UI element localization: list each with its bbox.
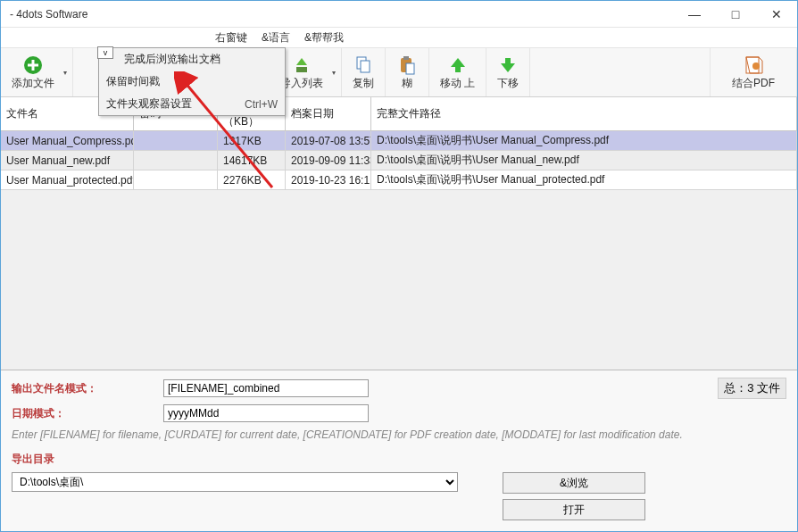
svg-rect-3 bbox=[296, 67, 307, 72]
copy-button[interactable]: 复制 bbox=[342, 48, 386, 96]
hint-text: Enter [FILENAME] for filename, [CURDATE]… bbox=[12, 428, 786, 443]
paste-button[interactable]: 糊 bbox=[386, 48, 429, 96]
table-row[interactable]: User Manual_new.pdf14617KB2019-09-09 11:… bbox=[1, 151, 797, 170]
cell-name: User Manual_protected.pdf bbox=[1, 170, 134, 189]
pdf-icon bbox=[743, 54, 764, 76]
paste-icon bbox=[396, 54, 418, 76]
cell-size: 14617KB bbox=[218, 151, 286, 170]
output-pattern-label: 输出文件名模式： bbox=[12, 381, 163, 396]
close-button[interactable]: ✕ bbox=[756, 1, 797, 28]
bottom-panel: 输出文件名模式： 总：3 文件 日期模式： Enter [FILENAME] f… bbox=[1, 370, 797, 531]
move-up-label: 移动 上 bbox=[440, 76, 475, 91]
arrow-down-icon bbox=[497, 54, 519, 76]
maximize-button[interactable]: □ bbox=[715, 1, 756, 28]
open-button[interactable]: 打开 bbox=[503, 499, 645, 520]
cell-path: D:\tools\桌面\说明书\User Manual_new.pdf bbox=[371, 151, 797, 170]
cell-pass bbox=[134, 131, 218, 150]
col-path[interactable]: 完整文件路径 bbox=[371, 97, 797, 130]
checkbox-icon[interactable]: v bbox=[97, 46, 113, 59]
move-down-label: 下移 bbox=[497, 76, 519, 91]
menu-right[interactable]: 右窗键 bbox=[215, 30, 247, 46]
dropdown-item-watcher[interactable]: 文件夹观察器设置 Ctrl+W bbox=[99, 93, 285, 115]
svg-rect-6 bbox=[361, 61, 370, 72]
cell-pass bbox=[134, 170, 218, 189]
col-date[interactable]: 档案日期 bbox=[286, 97, 371, 130]
dropdown-arrow-icon[interactable]: ▾ bbox=[332, 69, 336, 77]
cell-size: 1317KB bbox=[218, 131, 286, 150]
cell-pass bbox=[134, 151, 218, 170]
add-file-button[interactable]: 添加文件 ▾ bbox=[1, 48, 73, 96]
move-down-button[interactable]: 下移 bbox=[486, 48, 530, 96]
table-row[interactable]: User Manual_protected.pdf2276KB2019-10-2… bbox=[1, 170, 797, 190]
cell-path: D:\tools\桌面\说明书\User Manual_Compress.pdf bbox=[371, 131, 797, 150]
date-pattern-input[interactable] bbox=[163, 404, 369, 422]
cell-date: 2019-10-23 16:11:30 bbox=[286, 170, 371, 189]
export-dir-select[interactable]: D:\tools\桌面\ bbox=[12, 472, 458, 492]
output-pattern-input[interactable] bbox=[163, 379, 369, 397]
cell-date: 2019-07-08 13:57:42 bbox=[286, 131, 371, 150]
cell-date: 2019-09-09 11:33:50 bbox=[286, 151, 371, 170]
dropdown-arrow-icon[interactable]: ▾ bbox=[63, 69, 67, 77]
total-files-label: 总：3 文件 bbox=[718, 378, 786, 399]
plus-icon bbox=[22, 54, 44, 76]
menu-language[interactable]: &语言 bbox=[262, 30, 290, 46]
cell-size: 2276KB bbox=[218, 170, 286, 189]
window-controls: — □ ✕ bbox=[674, 1, 797, 28]
options-dropdown: v 完成后浏览输出文档 保留时间戳 文件夹观察器设置 Ctrl+W bbox=[98, 47, 286, 116]
titlebar: - 4dots Software — □ ✕ bbox=[1, 1, 797, 28]
menubar: 右窗键 &语言 &帮帮我 bbox=[1, 28, 797, 47]
import-icon bbox=[291, 54, 312, 76]
cell-name: User Manual_new.pdf bbox=[1, 151, 134, 170]
add-file-label: 添加文件 bbox=[12, 76, 54, 91]
paste-label: 糊 bbox=[402, 76, 412, 91]
svg-marker-10 bbox=[451, 58, 465, 72]
move-up-button[interactable]: 移动 上 bbox=[429, 48, 486, 96]
cell-path: D:\tools\桌面\说明书\User Manual_protected.pd… bbox=[371, 170, 797, 189]
svg-rect-9 bbox=[406, 63, 414, 74]
minimize-button[interactable]: — bbox=[674, 1, 715, 28]
dropdown-item-preview[interactable]: v 完成后浏览输出文档 bbox=[99, 48, 285, 71]
cell-name: User Manual_Compress.pdf bbox=[1, 131, 134, 150]
export-dir-label: 导出目录 bbox=[12, 452, 786, 467]
copy-label: 复制 bbox=[353, 76, 374, 91]
copy-icon bbox=[353, 54, 374, 76]
svg-point-13 bbox=[752, 62, 760, 70]
import-list-label: 导入列表 bbox=[280, 76, 323, 91]
arrow-up-icon bbox=[447, 54, 469, 76]
combine-pdf-button[interactable]: 结合PDF bbox=[710, 48, 797, 96]
menu-help[interactable]: &帮帮我 bbox=[304, 30, 344, 46]
svg-marker-4 bbox=[296, 58, 307, 65]
dropdown-item-timestamp[interactable]: 保留时间戳 bbox=[99, 71, 285, 93]
combine-pdf-label: 结合PDF bbox=[732, 76, 775, 91]
empty-area bbox=[1, 190, 797, 370]
browse-button[interactable]: &浏览 bbox=[503, 472, 645, 494]
window-title: - 4dots Software bbox=[10, 8, 87, 21]
date-pattern-label: 日期模式： bbox=[12, 406, 163, 421]
svg-rect-8 bbox=[403, 56, 409, 60]
svg-marker-11 bbox=[501, 58, 515, 72]
svg-rect-2 bbox=[28, 63, 38, 66]
table-row[interactable]: User Manual_Compress.pdf1317KB2019-07-08… bbox=[1, 131, 797, 151]
